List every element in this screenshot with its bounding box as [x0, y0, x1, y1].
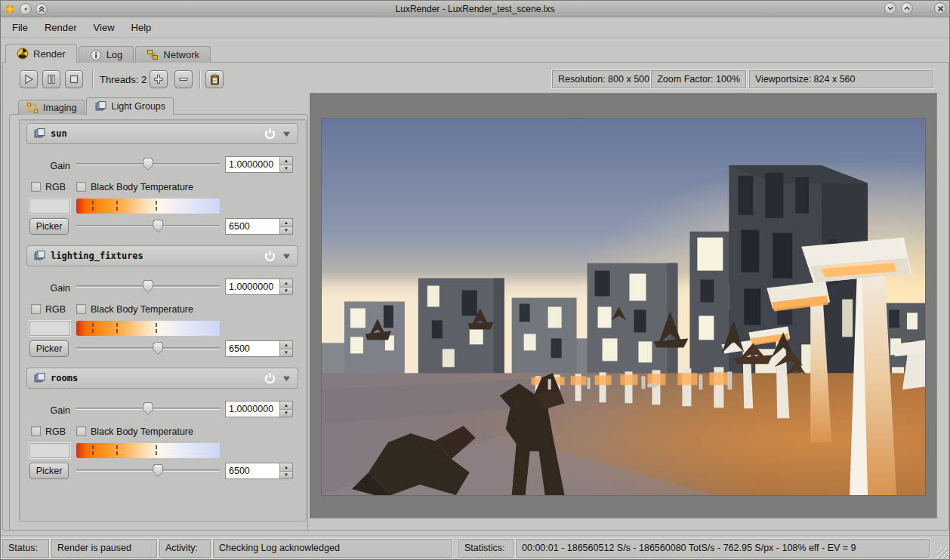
- rgb-checkbox[interactable]: [31, 182, 41, 192]
- gain-value-input[interactable]: [226, 402, 279, 417]
- rgb-checkbox[interactable]: [31, 426, 41, 436]
- menu-render[interactable]: Render: [36, 19, 85, 36]
- spin-up-button[interactable]: ▲: [280, 157, 292, 165]
- menu-view[interactable]: View: [85, 19, 123, 36]
- light-group-header[interactable]: rooms: [26, 368, 298, 389]
- close-button[interactable]: [934, 2, 946, 14]
- tab-light-groups[interactable]: Light Groups: [86, 97, 174, 115]
- tab-log[interactable]: Log: [79, 46, 134, 63]
- pause-render-button[interactable]: [42, 70, 60, 88]
- title-bar[interactable]: LuxRender - LuxRender_test_scene.lxs: [1, 1, 949, 17]
- color-swatch: [29, 198, 70, 214]
- tab-imaging[interactable]: Imaging: [18, 100, 85, 115]
- toolbar-separator-2: [199, 70, 200, 88]
- tab-network-label: Network: [163, 49, 199, 60]
- gain-label: Gain: [26, 161, 70, 171]
- spin-up-button[interactable]: ▲: [280, 279, 292, 288]
- spin-down-button[interactable]: ▼: [280, 410, 292, 417]
- shade-button[interactable]: [35, 3, 48, 15]
- radiation-icon: [17, 48, 29, 60]
- panel-tab-bar: Imaging Light Groups: [18, 97, 175, 115]
- light-group-header[interactable]: lighting_fixtures: [26, 245, 298, 266]
- viewport-size-indicator: Viewportsize: 824 x 560: [749, 70, 933, 88]
- gain-value-input[interactable]: [226, 279, 279, 294]
- temperature-slider[interactable]: [76, 340, 220, 355]
- picker-button[interactable]: Picker: [29, 218, 69, 235]
- light-group-name: rooms: [51, 373, 78, 383]
- window-menu-button[interactable]: [20, 3, 32, 15]
- tab-render-label: Render: [33, 48, 66, 60]
- collapse-arrow-icon[interactable]: [282, 374, 291, 383]
- spin-down-button[interactable]: ▼: [280, 165, 292, 173]
- power-toggle-icon[interactable]: [264, 250, 276, 263]
- menu-bar: File Render View Help: [1, 18, 949, 38]
- light-group-icon: [33, 250, 45, 262]
- temperature-value-input[interactable]: [226, 341, 279, 356]
- activity-label: Activity:: [159, 539, 211, 558]
- spin-down-button[interactable]: ▼: [280, 227, 292, 235]
- bbt-checkbox[interactable]: [76, 426, 86, 436]
- copy-to-clipboard-button[interactable]: [205, 70, 224, 88]
- resolution-indicator: Resolution: 800 x 500: [552, 70, 655, 88]
- spin-down-button[interactable]: ▼: [280, 288, 292, 295]
- bbt-checkbox[interactable]: [76, 304, 86, 314]
- spin-up-button[interactable]: ▲: [280, 463, 292, 472]
- collapse-arrow-icon[interactable]: [282, 251, 291, 261]
- render-preview: [321, 118, 926, 496]
- gain-value-input[interactable]: [226, 157, 279, 172]
- spin-down-button[interactable]: ▼: [280, 349, 292, 357]
- spin-up-button[interactable]: ▲: [280, 219, 292, 227]
- gain-slider[interactable]: [76, 401, 220, 416]
- bbt-checkbox[interactable]: [76, 182, 86, 192]
- picker-button[interactable]: Picker: [29, 340, 69, 357]
- render-toolbar: Threads: 2 Resolution: 800 x 500 Zoom Fa…: [3, 69, 948, 93]
- minimize-button[interactable]: [884, 2, 896, 14]
- menu-help[interactable]: Help: [123, 19, 160, 36]
- power-toggle-icon[interactable]: [264, 372, 276, 385]
- temperature-spinbox[interactable]: ▲▼: [225, 340, 293, 357]
- info-icon: [90, 49, 102, 61]
- window-title: LuxRender - LuxRender_test_scene.lxs: [1, 4, 949, 14]
- gain-spinbox[interactable]: ▲▼: [225, 156, 293, 173]
- activity-value: Checking Log acknowledged: [213, 539, 452, 558]
- menu-file[interactable]: File: [4, 19, 36, 36]
- temperature-spinbox[interactable]: ▲▼: [225, 463, 293, 479]
- rgb-checkbox[interactable]: [31, 304, 41, 314]
- spin-up-button[interactable]: ▲: [280, 402, 292, 410]
- add-thread-button[interactable]: [150, 70, 168, 88]
- statistics-value: 00:00:01 - 186560512 S/s - 186560080 Tot…: [516, 539, 930, 558]
- maximize-button[interactable]: [901, 2, 913, 14]
- spin-up-button[interactable]: ▲: [280, 341, 292, 349]
- temperature-spinbox[interactable]: ▲▼: [225, 218, 293, 235]
- stop-render-button[interactable]: [65, 70, 83, 88]
- gain-spinbox[interactable]: ▲▼: [225, 401, 293, 417]
- picker-button[interactable]: Picker: [29, 463, 69, 479]
- temperature-slider[interactable]: [76, 218, 220, 233]
- gain-slider[interactable]: [76, 278, 220, 294]
- toolbar-separator-1: [92, 70, 93, 88]
- gain-slider[interactable]: [76, 156, 220, 171]
- power-toggle-icon[interactable]: [264, 128, 276, 140]
- resume-render-button[interactable]: [20, 70, 38, 88]
- blackbody-gradient: [76, 321, 220, 336]
- gain-spinbox[interactable]: ▲▼: [225, 278, 293, 295]
- temperature-slider[interactable]: [76, 463, 220, 478]
- rgb-label: RGB: [45, 426, 66, 437]
- color-swatch: [29, 443, 70, 458]
- bbt-label: Black Body Temperature: [91, 304, 193, 315]
- status-label: Status:: [2, 539, 49, 558]
- temperature-value-input[interactable]: [226, 463, 279, 478]
- remove-thread-button[interactable]: [174, 70, 193, 88]
- light-group-header[interactable]: sun: [26, 123, 298, 144]
- resize-grip[interactable]: [936, 547, 948, 558]
- spin-down-button[interactable]: ▼: [280, 472, 292, 479]
- tab-network[interactable]: Network: [135, 46, 211, 63]
- tab-imaging-label: Imaging: [43, 103, 76, 113]
- temperature-value-input[interactable]: [226, 219, 279, 234]
- zoom-factor-indicator: Zoom Factor: 100%: [651, 70, 746, 88]
- tab-render[interactable]: Render: [5, 44, 77, 63]
- imaging-icon: [26, 102, 39, 114]
- app-icon: [4, 3, 16, 15]
- collapse-arrow-icon[interactable]: [282, 129, 291, 139]
- blackbody-gradient: [76, 198, 220, 214]
